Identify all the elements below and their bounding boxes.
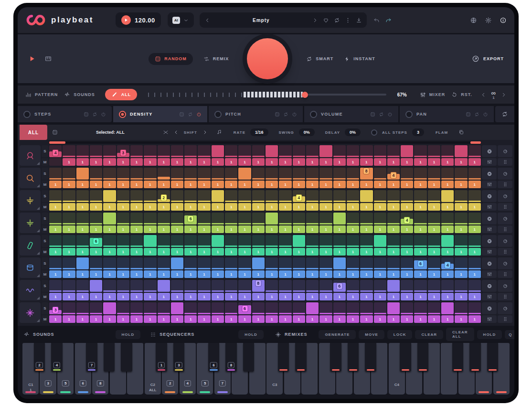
density-step-cell[interactable]	[252, 190, 265, 202]
density-step-cell[interactable]	[347, 257, 359, 269]
hit-cell[interactable]: 1	[387, 225, 400, 233]
density-step-cell[interactable]	[158, 280, 170, 292]
copy-icon[interactable]	[458, 129, 464, 135]
loop-icon[interactable]	[92, 112, 97, 117]
density-step-cell[interactable]	[117, 280, 129, 292]
s-row-label[interactable]: S	[42, 257, 48, 269]
hit-cell[interactable]: 1	[184, 248, 197, 256]
hit-cell[interactable]: 1	[279, 315, 291, 323]
generate-button[interactable]: GENERATE	[319, 330, 356, 339]
hit-cell[interactable]: 1	[428, 248, 440, 256]
hit-cell[interactable]: 1	[468, 158, 481, 166]
density-step-cell[interactable]	[198, 257, 210, 269]
density-step-cell[interactable]	[387, 190, 400, 202]
hit-cell[interactable]: 1	[333, 270, 346, 278]
track-knob[interactable]	[498, 257, 512, 269]
density-step-cell[interactable]	[144, 145, 156, 157]
hit-cell[interactable]: 1	[225, 158, 237, 166]
density-step-cell[interactable]	[90, 302, 102, 314]
hit-cell[interactable]: 1	[468, 181, 481, 188]
density-step-cell[interactable]	[130, 235, 143, 247]
density-step-cell[interactable]	[225, 213, 237, 224]
piano-key-G#4[interactable]	[469, 343, 481, 372]
hit-cell[interactable]: 1	[252, 270, 265, 278]
piano-key-C#3[interactable]	[278, 343, 289, 372]
hit-cell[interactable]: 1	[90, 248, 102, 256]
hit-cell[interactable]: 1	[144, 315, 156, 323]
density-step-cell[interactable]	[414, 213, 426, 224]
hit-cell[interactable]: 1	[441, 293, 454, 300]
density-step-cell[interactable]	[347, 235, 359, 247]
density-step-cell[interactable]	[319, 213, 332, 224]
density-step-cell[interactable]	[252, 257, 265, 269]
density-step-cell[interactable]	[63, 145, 75, 157]
hit-cell[interactable]: 1	[266, 158, 278, 166]
hit-cell[interactable]: 1	[144, 203, 156, 211]
piano-key-A#3[interactable]	[365, 343, 376, 372]
hit-cell[interactable]: 1	[238, 225, 251, 233]
density-step-cell[interactable]	[428, 302, 440, 314]
density-step-cell[interactable]	[401, 168, 413, 180]
page-next-icon[interactable]	[500, 92, 507, 98]
hit-cell[interactable]: 1	[360, 158, 372, 166]
track-knob[interactable]	[498, 280, 512, 292]
density-step-cell[interactable]	[225, 280, 237, 292]
hit-cell[interactable]: 1	[238, 203, 251, 211]
density-step-cell[interactable]	[279, 302, 291, 314]
track-drag-handle[interactable]	[498, 203, 512, 211]
hit-cell[interactable]: 1	[117, 315, 129, 323]
hit-cell[interactable]: 1	[401, 315, 413, 323]
density-step-cell[interactable]	[63, 257, 75, 269]
track-mute-button[interactable]	[482, 213, 497, 224]
hit-cell[interactable]: 1	[360, 203, 372, 211]
m-row-label[interactable]: M	[42, 270, 48, 278]
density-step-cell[interactable]	[144, 190, 156, 202]
piano-key-A#4[interactable]	[487, 343, 499, 372]
m-row-label[interactable]: M	[42, 225, 48, 233]
density-step-cell[interactable]	[103, 213, 116, 224]
density-step-cell[interactable]	[63, 190, 75, 202]
hit-cell[interactable]: 1	[293, 225, 305, 233]
hit-cell[interactable]: 1	[293, 181, 305, 188]
random-button[interactable]: RANDOM	[149, 53, 193, 65]
hit-cell[interactable]: 1	[333, 315, 346, 323]
hit-cell[interactable]: 1	[130, 181, 143, 188]
hit-cell[interactable]: 1	[238, 270, 251, 278]
track-knob[interactable]	[498, 168, 512, 180]
track-select-synth[interactable]	[20, 280, 41, 300]
hit-cell[interactable]: 1	[90, 270, 102, 278]
track-select-hihat-closed[interactable]	[20, 190, 41, 211]
hit-cell[interactable]: 1	[252, 158, 265, 166]
hit-cell[interactable]: 1	[414, 270, 426, 278]
density-step-cell[interactable]	[238, 168, 251, 180]
density-step-cell[interactable]	[374, 213, 386, 224]
hit-cell[interactable]: 1	[360, 293, 372, 300]
density-step-cell[interactable]	[90, 257, 102, 269]
density-step-cell[interactable]	[103, 145, 116, 157]
density-step-cell[interactable]	[49, 190, 62, 202]
density-step-cell[interactable]	[63, 168, 75, 180]
density-step-cell[interactable]	[171, 213, 183, 224]
density-step-cell[interactable]: 6	[184, 213, 197, 224]
track-select-hihat-open[interactable]	[20, 213, 41, 233]
density-step-cell[interactable]	[225, 145, 237, 157]
track-mute-button[interactable]	[482, 235, 497, 247]
hit-cell[interactable]: 1	[279, 225, 291, 233]
density-step-cell[interactable]	[347, 302, 359, 314]
hit-cell[interactable]: 1	[212, 270, 224, 278]
hit-cell[interactable]: 1	[374, 203, 386, 211]
hit-cell[interactable]: 1	[158, 225, 170, 233]
track-knob[interactable]	[498, 302, 512, 314]
density-step-cell[interactable]	[266, 235, 278, 247]
hit-cell[interactable]: 1	[455, 181, 467, 188]
piano-key-F#2[interactable]: 6	[208, 343, 220, 372]
density-step-cell[interactable]	[171, 280, 183, 292]
density-step-cell[interactable]	[130, 190, 143, 202]
density-step-cell[interactable]	[306, 190, 319, 202]
hit-cell[interactable]: 1	[103, 293, 116, 300]
density-step-cell[interactable]: 6	[238, 302, 251, 314]
density-step-cell[interactable]	[266, 213, 278, 224]
hit-cell[interactable]: 1	[171, 270, 183, 278]
density-step-cell[interactable]	[158, 213, 170, 224]
hit-cell[interactable]: 1	[130, 270, 143, 278]
